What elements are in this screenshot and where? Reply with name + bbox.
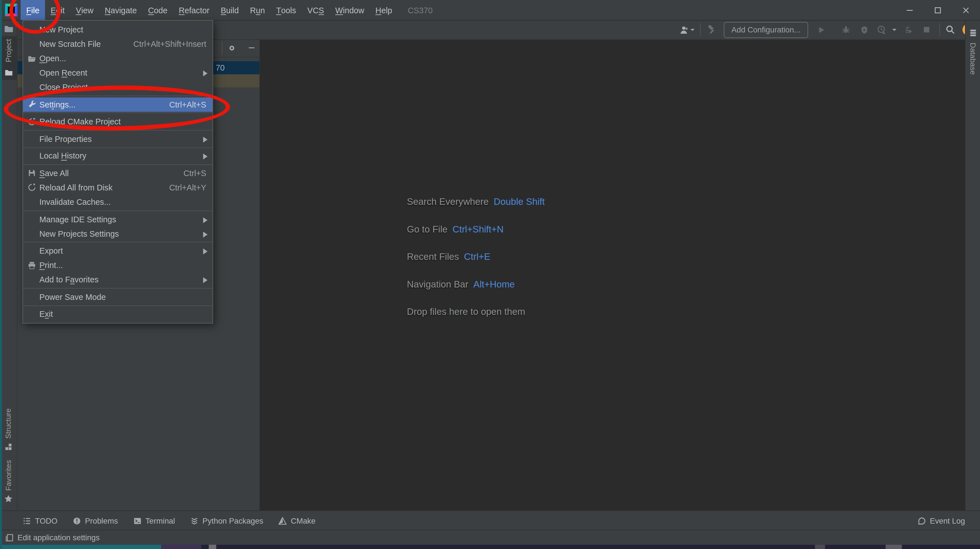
hide-minus-icon	[248, 44, 256, 52]
menu-item-label: Reload All from Disk	[40, 183, 113, 192]
user-dropdown[interactable]	[689, 20, 695, 40]
welcome-line-search-everywhere: Search EverywhereDouble Shift	[407, 187, 545, 215]
menubar-item-help[interactable]: Help	[370, 0, 398, 20]
stop-button[interactable]	[923, 20, 931, 40]
menubar-item-vcs[interactable]: VCS	[302, 0, 330, 20]
file-menu-item-exit[interactable]: Exit	[23, 307, 213, 321]
hide-pane-button[interactable]	[248, 44, 256, 52]
menu-item-label: New Project	[40, 25, 83, 35]
tool-window-button-terminal[interactable]: Terminal	[133, 516, 175, 525]
menu-item-label: Open...	[40, 54, 66, 63]
menu-item-shortcut: Ctrl+Alt+Y	[161, 183, 206, 192]
build-button[interactable]	[706, 20, 716, 40]
menu-separator	[23, 147, 213, 148]
menu-item-label: Manage IDE Settings	[40, 215, 116, 224]
menubar-item-view[interactable]: View	[70, 0, 99, 20]
submenu-arrow-icon	[202, 136, 208, 143]
tool-window-button-problems[interactable]: Problems	[73, 516, 118, 525]
menu-item-label: Close Project	[40, 83, 88, 92]
pane-divider[interactable]	[259, 40, 260, 511]
menubar-item-window[interactable]: Window	[330, 0, 370, 20]
toolbar-separator	[939, 23, 940, 36]
file-menu-item-open[interactable]: Open...	[23, 51, 213, 66]
coverage-button[interactable]	[860, 20, 869, 40]
menu-item-shortcut: Ctrl+Alt+S	[161, 100, 206, 109]
file-menu-item-local-history[interactable]: Local History	[23, 149, 213, 163]
tool-window-button-python-packages[interactable]: Python Packages	[190, 516, 263, 525]
welcome-line-navigation-bar: Navigation BarAlt+Home	[407, 270, 545, 297]
run-play-icon	[817, 25, 826, 34]
tool-window-button-todo[interactable]: TODO	[22, 516, 57, 525]
file-menu-item-invalidate-caches[interactable]: Invalidate Caches...	[23, 195, 213, 209]
menu-item-label: Add to Favorites	[40, 275, 99, 284]
file-menu-item-settings[interactable]: Settings...Ctrl+Alt+S	[23, 97, 213, 112]
attach-process-icon	[904, 25, 913, 34]
database-icon	[969, 29, 977, 38]
settings-gear-button[interactable]	[228, 44, 236, 52]
stripe-tab-favorites[interactable]: Favorites	[0, 460, 17, 504]
menubar-item-refactor[interactable]: Refactor	[173, 0, 215, 20]
menubar-item-tools[interactable]: Tools	[271, 0, 302, 20]
menu-item-label: Power Save Mode	[40, 292, 106, 301]
file-menu-item-open-recent[interactable]: Open Recent	[23, 66, 213, 80]
file-menu-item-power-save-mode[interactable]: Power Save Mode	[23, 290, 213, 304]
file-menu-item-file-properties[interactable]: File Properties	[23, 132, 213, 146]
file-menu-item-add-to-favorites[interactable]: Add to Favorites	[23, 273, 213, 287]
file-menu-item-export[interactable]: Export	[23, 244, 213, 258]
minimize-button[interactable]	[896, 0, 924, 20]
menubar-item-build[interactable]: Build	[215, 0, 245, 20]
menubar-item-run[interactable]: Run	[245, 0, 271, 20]
refresh-icon	[27, 183, 36, 192]
svg-text:C: C	[9, 7, 13, 13]
structure-icon	[5, 443, 13, 451]
profiler-button[interactable]	[877, 20, 886, 40]
window-frame-icon	[5, 533, 14, 542]
run-button[interactable]	[817, 20, 826, 40]
file-menu-item-close-project[interactable]: Close Project	[23, 80, 213, 94]
debug-button[interactable]	[841, 20, 850, 40]
attach-process-button[interactable]	[904, 20, 913, 40]
submenu-arrow-icon	[202, 248, 208, 255]
file-menu-item-new-projects-settings[interactable]: New Projects Settings	[23, 227, 213, 241]
tool-window-button-cmake[interactable]: CMake	[278, 516, 315, 525]
cmake-icon	[278, 516, 287, 525]
file-menu-item-print[interactable]: Print...	[23, 258, 213, 273]
file-menu-item-reload-cmake-project[interactable]: Reload CMake Project	[23, 114, 213, 129]
submenu-arrow-icon	[202, 153, 208, 160]
menubar-item-edit[interactable]: Edit	[45, 0, 70, 20]
add-configuration-button[interactable]: Add Configuration...	[724, 22, 808, 38]
maximize-icon	[934, 6, 942, 14]
debug-bug-icon	[841, 25, 850, 35]
window-controls	[896, 0, 980, 20]
file-menu-item-reload-all-from-disk[interactable]: Reload All from DiskCtrl+Alt+Y	[23, 181, 213, 195]
menubar-item-file[interactable]: File	[21, 0, 45, 20]
minimize-icon	[906, 6, 914, 14]
stripe-tab-database[interactable]: Database	[966, 29, 980, 77]
menu-item-label: Invalidate Caches...	[40, 197, 111, 207]
menu-item-label: Save All	[40, 169, 69, 178]
run-coverage-icon	[860, 25, 869, 34]
file-menu-item-manage-ide-settings[interactable]: Manage IDE Settings	[23, 212, 213, 227]
stripe-tab-structure[interactable]: Structure	[0, 407, 17, 451]
file-menu-item-save-all[interactable]: Save AllCtrl+S	[23, 166, 213, 181]
menubar-item-navigate[interactable]: Navigate	[99, 0, 142, 20]
file-menu-item-new-scratch-file[interactable]: New Scratch FileCtrl+Alt+Shift+Insert	[23, 37, 213, 51]
profiler-dropdown[interactable]	[891, 20, 897, 40]
wrench-icon	[27, 100, 36, 109]
maximize-button[interactable]	[924, 0, 952, 20]
welcome-label: Navigation Bar	[407, 278, 469, 289]
welcome-label: Drop files here to open them	[407, 306, 525, 317]
event-log-button[interactable]: Event Log	[917, 511, 965, 530]
user-account-button[interactable]	[679, 20, 689, 40]
stripe-tab-project[interactable]: Project	[0, 36, 17, 80]
gear-icon	[228, 44, 236, 52]
right-tool-window-stripe: Database	[965, 20, 980, 510]
search-everywhere-button[interactable]	[945, 20, 955, 40]
file-menu-item-new-project[interactable]: New Project	[23, 22, 213, 37]
menubar-item-code[interactable]: Code	[143, 0, 173, 20]
hammer-icon	[706, 25, 716, 35]
close-button[interactable]	[952, 0, 980, 20]
menu-item-label: Print...	[40, 261, 63, 270]
user-icon	[679, 25, 689, 35]
menu-separator	[23, 165, 213, 165]
